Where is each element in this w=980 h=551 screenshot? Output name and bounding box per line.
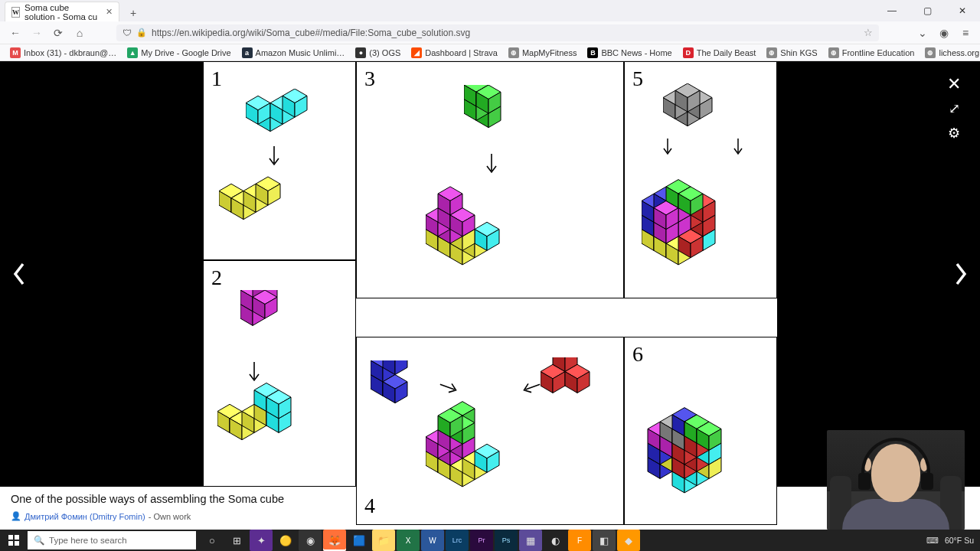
word-icon[interactable]: W	[421, 530, 444, 551]
back-button[interactable]: ←	[8, 25, 23, 41]
tab-title: Soma cube solution - Soma cu	[24, 3, 100, 21]
app-icon[interactable]: ◧	[593, 530, 616, 551]
shield-icon: 🛡	[122, 28, 132, 38]
cortana-icon[interactable]: ○	[201, 530, 224, 551]
svg-marker-110	[395, 360, 407, 375]
edge-icon[interactable]: 🟦	[348, 530, 371, 551]
maximize-button[interactable]: ▢	[910, 0, 945, 21]
taskbar: 🔍 Type here to search ○ ⊞ ✦ 🟡 ◉ 🦊 🟦 📁 X …	[0, 530, 980, 551]
bookmark-item[interactable]: ◢Dashboard | Strava	[407, 47, 501, 58]
obs-icon[interactable]: ◐	[544, 530, 567, 551]
bookmark-item[interactable]: ⊕MapMyFitness	[505, 47, 581, 58]
bookmark-item[interactable]: ⊕Shin KGS	[763, 47, 821, 58]
bookmark-item[interactable]: ⊕lichess.org • Free Onli…	[921, 47, 980, 58]
bookmark-star-icon[interactable]: ☆	[864, 27, 873, 38]
settings-button[interactable]: ⚙	[939, 118, 969, 148]
lock-icon: 🔒	[136, 28, 147, 37]
excel-icon[interactable]: X	[397, 530, 420, 551]
system-tray[interactable]: ⌨ 60°F Su	[920, 536, 980, 545]
author-icon: 👤	[11, 511, 21, 521]
bookmark-item[interactable]: ▲My Drive - Google Drive	[123, 47, 234, 58]
taskbar-search[interactable]: 🔍 Type here to search	[28, 531, 196, 549]
svg-rect-297	[15, 541, 19, 546]
panel-label: 4	[364, 494, 375, 518]
bookmark-item[interactable]: DThe Daily Beast	[679, 47, 760, 58]
webcam-overlay	[827, 430, 965, 530]
browser-tab[interactable]: W Soma cube solution - Soma cu ✕	[5, 2, 119, 21]
panel-label: 1	[211, 67, 222, 91]
firefox-icon[interactable]: 🦊	[323, 530, 346, 551]
app-icon[interactable]: ✦	[250, 530, 273, 551]
wikipedia-favicon: W	[11, 7, 20, 18]
bookmark-item[interactable]: aAmazon Music Unlimi…	[238, 47, 349, 58]
menu-icon[interactable]: ≡	[959, 27, 972, 39]
taskview-icon[interactable]: ⊞	[225, 530, 248, 551]
panel-label: 5	[632, 67, 643, 91]
media-viewer: ✕ ⤢ ⚙ ⬇ ⇪ 1 2	[0, 61, 980, 487]
panel-label: 2	[211, 266, 222, 290]
minimize-button[interactable]: —	[874, 0, 910, 21]
app-icon[interactable]: ▦	[519, 530, 542, 551]
window-controls: — ▢ ✕	[874, 0, 980, 21]
app-icon[interactable]: ◉	[299, 530, 322, 551]
chrome-icon[interactable]: 🟡	[274, 530, 297, 551]
search-placeholder: Type here to search	[49, 536, 127, 545]
panel-label: 3	[364, 67, 375, 91]
toolbar: ← → ⟳ ⌂ 🛡 🔒 https://en.wikipedia.org/wik…	[0, 21, 980, 44]
lightroom-icon[interactable]: Lrc	[446, 530, 469, 551]
home-button[interactable]: ⌂	[72, 25, 87, 41]
svg-rect-295	[15, 535, 19, 540]
bookmark-item[interactable]: ●(3) OGS	[351, 47, 404, 58]
taskbar-apps: ○ ⊞ ✦ 🟡 ◉ 🦊 🟦 📁 X W Lrc Pr Ps ▦ ◐ F ◧ ◆	[201, 530, 640, 551]
weather-widget[interactable]: 60°F Su	[945, 536, 974, 545]
account-icon[interactable]: ◉	[937, 27, 951, 39]
keyboard-icon[interactable]: ⌨	[926, 536, 939, 545]
close-window-button[interactable]: ✕	[945, 0, 980, 21]
svg-rect-296	[8, 541, 13, 546]
premiere-icon[interactable]: Pr	[470, 530, 493, 551]
svg-rect-294	[8, 535, 13, 540]
bookmarks-bar: MInbox (31) - dkbraun@…▲My Drive - Googl…	[0, 44, 980, 61]
search-icon: 🔍	[34, 535, 44, 546]
author-link[interactable]: Дмитрий Фомин (Dmitry Fomin)	[24, 512, 145, 521]
address-bar[interactable]: 🛡 🔒 https://en.wikipedia.org/wiki/Soma_c…	[116, 24, 879, 41]
photoshop-icon[interactable]: Ps	[495, 530, 518, 551]
close-tab-icon[interactable]: ✕	[106, 7, 113, 17]
bookmark-item[interactable]: MInbox (31) - dkbraun@…	[6, 47, 120, 58]
url-text: https://en.wikipedia.org/wiki/Soma_cube#…	[152, 28, 470, 38]
next-image-button[interactable]	[945, 259, 975, 289]
reload-button[interactable]: ⟳	[51, 25, 66, 41]
media-image: 1 2	[203, 61, 777, 487]
fusion-icon[interactable]: F	[568, 530, 591, 551]
explorer-icon[interactable]: 📁	[372, 530, 395, 551]
panel-label: 6	[632, 342, 643, 367]
forward-button[interactable]: →	[29, 25, 44, 41]
start-button[interactable]	[0, 530, 28, 551]
prev-image-button[interactable]	[5, 259, 35, 289]
attribution-tail: - Own work	[149, 512, 191, 521]
tab-strip: W Soma cube solution - Soma cu ✕ +	[0, 0, 980, 21]
bookmark-item[interactable]: ⊕Frontline Education	[825, 47, 919, 58]
new-tab-button[interactable]: +	[124, 5, 142, 21]
sublime-icon[interactable]: ◆	[617, 530, 640, 551]
bookmark-item[interactable]: BBBC News - Home	[583, 47, 675, 58]
pocket-icon[interactable]: ⌄	[916, 27, 929, 39]
